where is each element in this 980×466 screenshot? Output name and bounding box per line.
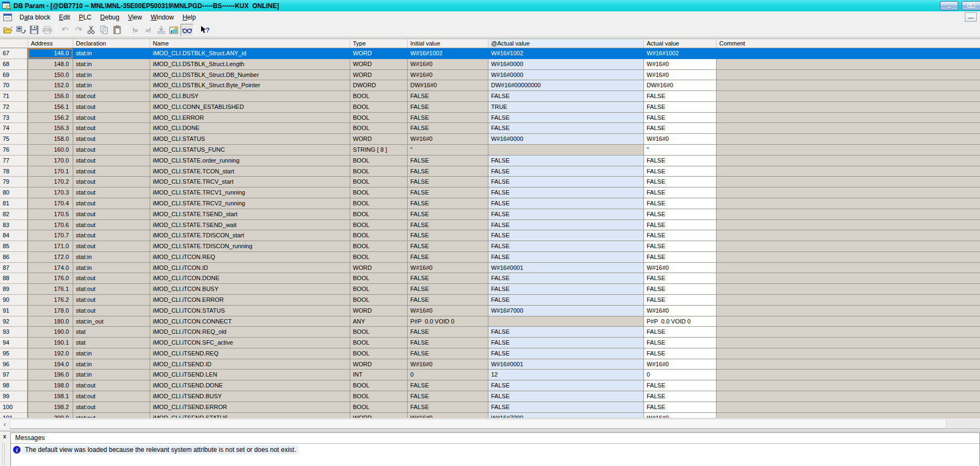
minimize-button[interactable]: [940, 1, 958, 10]
menu-data-block[interactable]: Data block: [15, 12, 55, 22]
cell-at_actual[interactable]: FALSE: [488, 123, 644, 134]
cell-actual[interactable]: FALSE: [644, 241, 717, 252]
cell-initial[interactable]: FALSE: [408, 91, 488, 102]
cell-row_no[interactable]: 99: [0, 391, 28, 402]
table-row[interactable]: 73156.2stat:outiMOD_CLI.ERRORBOOLFALSEFA…: [0, 113, 980, 124]
open-button[interactable]: [2, 24, 15, 36]
cell-actual[interactable]: W#16#0: [644, 59, 717, 70]
cell-address[interactable]: 176.1: [28, 284, 73, 295]
cell-comment[interactable]: [717, 134, 980, 145]
cell-at_actual[interactable]: W#16#0000: [488, 70, 644, 81]
cell-initial[interactable]: FALSE: [408, 380, 488, 391]
cell-at_actual[interactable]: W#16#1002: [488, 48, 644, 59]
cell-at_actual[interactable]: FALSE: [488, 198, 644, 209]
cell-type[interactable]: DWORD: [350, 80, 408, 91]
cell-actual[interactable]: FALSE: [644, 391, 717, 402]
cell-row_no[interactable]: 91: [0, 306, 28, 316]
cell-row_no[interactable]: 75: [0, 134, 28, 145]
cell-comment[interactable]: [717, 166, 980, 177]
cell-type[interactable]: BOOL: [350, 113, 408, 124]
cell-name[interactable]: iMOD_CLI.STATE.TSEND_start: [150, 209, 350, 220]
cell-name[interactable]: iMOD_CLI.DSTBLK_Struct.Byte_Pointer: [150, 80, 350, 91]
cell-name[interactable]: iMOD_CLI.STATE.order_running: [150, 156, 350, 166]
cell-name[interactable]: iMOD_CLI.iTSEND.LEN: [150, 370, 350, 380]
cell-comment[interactable]: [717, 316, 980, 327]
table-row[interactable]: 85171.0stat:outiMOD_CLI.STATE.TDISCON_ru…: [0, 241, 980, 252]
cell-at_actual[interactable]: W#16#7000: [488, 413, 644, 418]
cell-address[interactable]: 170.3: [28, 187, 73, 198]
cell-name[interactable]: iMOD_CLI.iTSEND.STATUS: [150, 413, 350, 418]
glasses-button[interactable]: [180, 24, 194, 36]
cell-address[interactable]: 198.0: [28, 380, 73, 391]
cell-declaration[interactable]: stat:out: [73, 145, 150, 156]
cell-name[interactable]: iMOD_CLI.iTCON.BUSY: [150, 284, 350, 295]
cell-declaration[interactable]: stat:in: [73, 70, 150, 81]
cell-actual[interactable]: FALSE: [644, 348, 717, 359]
cell-type[interactable]: BOOL: [350, 391, 408, 402]
cell-at_actual[interactable]: FALSE: [488, 391, 644, 402]
cell-at_actual[interactable]: FALSE: [488, 284, 644, 295]
cell-actual[interactable]: FALSE: [644, 166, 717, 177]
table-body[interactable]: 67146.0stat:iniMOD_CLI.DSTBLK_Struct.ANY…: [0, 48, 980, 418]
cell-initial[interactable]: DW#16#0: [408, 80, 488, 91]
cell-comment[interactable]: [717, 198, 980, 209]
cell-row_no[interactable]: 94: [0, 338, 28, 348]
cell-address[interactable]: 171.0: [28, 241, 73, 252]
cell-row_no[interactable]: 69: [0, 70, 28, 81]
cell-at_actual[interactable]: TRUE: [488, 102, 644, 113]
cell-initial[interactable]: FALSE: [408, 241, 488, 252]
cell-address[interactable]: 158.0: [28, 134, 73, 145]
cell-initial[interactable]: FALSE: [408, 198, 488, 209]
cell-row_no[interactable]: 89: [0, 284, 28, 295]
cell-actual[interactable]: FALSE: [644, 209, 717, 220]
cell-address[interactable]: 176.2: [28, 295, 73, 306]
table-row[interactable]: 71156.0stat:outiMOD_CLI.BUSYBOOLFALSEFAL…: [0, 91, 980, 102]
cell-comment[interactable]: [717, 359, 980, 370]
cell-type[interactable]: BOOL: [350, 198, 408, 209]
table-row[interactable]: 98198.0stat:outiMOD_CLI.iTSEND.DONEBOOLF…: [0, 380, 980, 391]
cell-row_no[interactable]: 83: [0, 220, 28, 231]
cell-at_actual[interactable]: FALSE: [488, 252, 644, 263]
cell-comment[interactable]: [717, 177, 980, 187]
table-row[interactable]: 76160.0stat:outiMOD_CLI.STATUS_FUNCSTRIN…: [0, 145, 980, 156]
cell-comment[interactable]: [717, 220, 980, 231]
cell-row_no[interactable]: 97: [0, 370, 28, 380]
cell-at_actual[interactable]: DW#16#00000000: [488, 80, 644, 91]
table-row[interactable]: 68148.0stat:iniMOD_CLI.DSTBLK_Struct.Len…: [0, 59, 980, 70]
cell-row_no[interactable]: 100: [0, 402, 28, 413]
cell-address[interactable]: 198.2: [28, 402, 73, 413]
cell-row_no[interactable]: 87: [0, 263, 28, 274]
cell-name[interactable]: iMOD_CLI.STATE.TRCV2_running: [150, 198, 350, 209]
cell-declaration[interactable]: stat:in_out: [73, 316, 150, 327]
cell-actual[interactable]: FALSE: [644, 198, 717, 209]
cell-declaration[interactable]: stat:in: [73, 370, 150, 380]
paste-button[interactable]: [111, 24, 124, 36]
table-row[interactable]: 96194.0stat:iniMOD_CLI.iTSEND.IDWORDW#16…: [0, 359, 980, 370]
cell-name[interactable]: iMOD_CLI.iTSEND.REQ: [150, 348, 350, 359]
cell-row_no[interactable]: 96: [0, 359, 28, 370]
cell-initial[interactable]: FALSE: [408, 295, 488, 306]
cell-initial[interactable]: FALSE: [408, 402, 488, 413]
cell-name[interactable]: iMOD_CLI.iTCON.REQ: [150, 252, 350, 263]
cell-row_no[interactable]: 95: [0, 348, 28, 359]
cell-address[interactable]: 178.0: [28, 306, 73, 316]
cell-declaration[interactable]: stat:out: [73, 166, 150, 177]
cell-comment[interactable]: [717, 413, 980, 418]
cell-at_actual[interactable]: FALSE: [488, 380, 644, 391]
cell-address[interactable]: 146.0: [28, 48, 73, 59]
cell-actual[interactable]: FALSE: [644, 187, 717, 198]
cell-row_no[interactable]: 78: [0, 166, 28, 177]
cell-declaration[interactable]: stat:in: [73, 48, 150, 59]
cell-declaration[interactable]: stat:out: [73, 391, 150, 402]
cell-declaration[interactable]: stat: [73, 327, 150, 338]
table-row[interactable]: 93190.0statiMOD_CLI.iTCON.REQ_oldBOOLFAL…: [0, 327, 980, 338]
cell-initial[interactable]: FALSE: [408, 166, 488, 177]
cell-address[interactable]: 192.0: [28, 348, 73, 359]
cell-comment[interactable]: [717, 187, 980, 198]
cell-type[interactable]: BOOL: [350, 209, 408, 220]
menu-plc[interactable]: PLC: [74, 12, 95, 22]
cell-comment[interactable]: [717, 241, 980, 252]
table-row[interactable]: 94190.1statiMOD_CLI.iTCON.SFC_activeBOOL…: [0, 338, 980, 348]
cell-type[interactable]: STRING [ 8 ]: [350, 145, 408, 156]
horizontal-scrollbar[interactable]: ‹: [0, 418, 980, 429]
